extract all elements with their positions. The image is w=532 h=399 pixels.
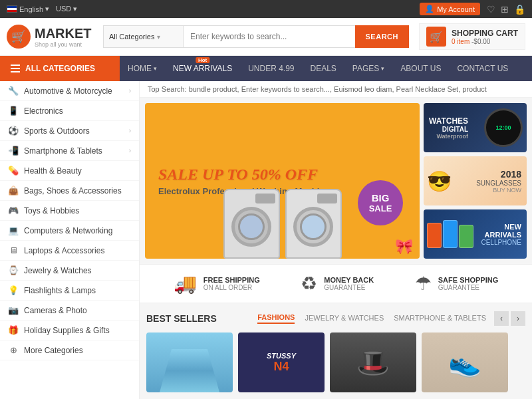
tab-fashions[interactable]: FASHIONS	[257, 313, 295, 324]
all-categories-button[interactable]: ALL CATEGORIES	[0, 56, 120, 81]
feature-safe-shopping: ☂ SAFE SHOPPING GUARANTEE	[415, 273, 498, 295]
user-icon: 👤	[425, 5, 434, 13]
main-banner: SALE UP TO 50% OFF Electrolux Profession…	[145, 103, 420, 259]
phone-graphics	[427, 220, 473, 248]
shoes-image: 👟	[422, 332, 508, 392]
logo-sub: Shop all you want	[35, 41, 92, 48]
smartphone-icon: 📲	[8, 146, 19, 156]
sunglasses-text: 2018 SUNGLASSES BUY NOW	[476, 169, 521, 194]
top-bar-right: 👤 My Account ♡ ⊞ 🔒	[420, 3, 525, 15]
side-banner-watches[interactable]: 12:00 WATCHES DIGITAL Waterproof	[424, 103, 527, 152]
arrow-icon: ›	[129, 87, 131, 94]
all-categories-label: ALL CATEGORIES	[25, 64, 95, 73]
chevron-icon: ▾	[381, 65, 384, 72]
sidebar-item-computers[interactable]: 💻 Computers & Networking	[0, 221, 139, 241]
cellphone-text: NEW ARRIVALS CELLPHONE	[481, 223, 521, 246]
product-hat[interactable]: 🎩	[330, 332, 416, 392]
language-selector[interactable]: English ▾	[7, 5, 49, 13]
sunglasses-graphic: 😎	[427, 170, 452, 193]
bags-icon: 👜	[8, 186, 19, 196]
header: 🛒 MARKET Shop all you want All Categorie…	[0, 18, 532, 56]
products-list: STUSSY N4 🎩 👟	[146, 332, 525, 392]
watch-graphic: 12:00	[484, 108, 523, 147]
logo-text: MARKET Shop all you want	[35, 26, 92, 48]
health-icon: 💊	[8, 166, 19, 176]
sidebar-item-flashlights[interactable]: 💡 Flashlights & Lamps	[0, 281, 139, 301]
top-bar-left: English ▾ USD ▾	[7, 5, 77, 13]
automotive-icon: 🔧	[8, 86, 19, 96]
skirt-image	[146, 332, 233, 392]
best-sellers-header: BEST SELLERS FASHIONS JEWELRY & WATCHES …	[146, 311, 525, 326]
next-button[interactable]: ›	[511, 311, 525, 326]
nav-pages[interactable]: PAGES ▾	[344, 56, 392, 81]
more-icon: ⊕	[8, 345, 19, 355]
compare-icon[interactable]: ⊞	[501, 4, 509, 15]
search-input[interactable]	[183, 25, 355, 48]
sidebar-item-electronics[interactable]: 📱 Electronics	[0, 101, 139, 121]
main-content: Top Search: bundle product, Enter keywor…	[140, 81, 532, 399]
banner-area: SALE UP TO 50% OFF Electrolux Profession…	[140, 98, 532, 264]
my-account-button[interactable]: 👤 My Account	[420, 3, 480, 15]
logo[interactable]: 🛒 MARKET Shop all you want	[7, 25, 93, 49]
sidebar-item-holiday[interactable]: 🎁 Holiday Supplies & Gifts	[0, 321, 139, 340]
wishlist-icon[interactable]: ♡	[487, 4, 495, 15]
search-button[interactable]: SEARCH	[355, 25, 409, 48]
computers-icon: 💻	[8, 225, 19, 235]
sidebar-item-smartphones[interactable]: 📲 Smartphone & Tablets ›	[0, 141, 139, 161]
best-sellers-tabs: FASHIONS JEWELRY & WATCHES SMARTPHONE & …	[257, 313, 486, 324]
watches-text: WATCHES DIGITAL Waterproof	[429, 116, 468, 140]
laptops-icon: 🖥	[8, 245, 19, 255]
sidebar-item-sports[interactable]: ⚽ Sports & Outdoors ›	[0, 121, 139, 141]
sale-text: SALE UP TO 50% OFF	[158, 166, 318, 184]
lock-icon[interactable]: 🔒	[514, 4, 525, 15]
nav-new-arrivals[interactable]: Hot NEW ARRIVALS	[165, 56, 240, 81]
hamburger-icon	[11, 65, 20, 72]
side-banner-sunglasses[interactable]: 😎 2018 SUNGLASSES BUY NOW	[424, 156, 527, 205]
sidebar-item-more[interactable]: ⊕ More Categories	[0, 340, 139, 360]
content: 🔧 Automotive & Motorcycle › 📱 Electronic…	[0, 81, 532, 399]
tab-jewelry[interactable]: JEWELRY & WATCHES	[305, 314, 384, 323]
tab-smartphone[interactable]: SMARTPHONE & TABLETS	[394, 314, 486, 323]
cart-icon: 🛒	[426, 27, 446, 47]
feature-moneyback-text: MONEY BACK GUARANTEE	[324, 276, 374, 291]
nav-under499[interactable]: UNDER 4.99	[240, 56, 302, 81]
flag-icon	[7, 5, 17, 13]
flashlights-icon: 💡	[8, 285, 19, 295]
sidebar-item-jewelry[interactable]: ⌚ Jewelry & Watches	[0, 261, 139, 281]
cart-details: 0 item -$0.00	[452, 38, 518, 45]
decorative-items: 🎀	[395, 238, 413, 255]
chevron-icon: ▾	[154, 65, 157, 72]
sidebar-item-bags[interactable]: 👜 Bags, Shoes & Accessories	[0, 181, 139, 201]
side-banner-cellphone[interactable]: NEW ARRIVALS CELLPHONE	[424, 209, 527, 259]
electronics-icon: 📱	[8, 106, 19, 116]
top-icons: ♡ ⊞ 🔒	[487, 4, 525, 15]
feature-safe-text: SAFE SHOPPING GUARANTEE	[438, 276, 498, 291]
product-shirt[interactable]: STUSSY N4	[238, 332, 325, 392]
nav-about[interactable]: ABOUT US	[392, 56, 449, 81]
arrow-icon: ›	[129, 147, 131, 154]
nav-contact[interactable]: CONTACT US	[449, 56, 516, 81]
feature-shipping: 🚚 FREE SHIPPING ON ALL ORDER	[174, 273, 260, 295]
cameras-icon: 📷	[8, 305, 19, 315]
sports-icon: ⚽	[8, 126, 19, 136]
sidebar-item-cameras[interactable]: 📷 Cameras & Photo	[0, 301, 139, 321]
sidebar-item-toys[interactable]: 🎮 Toys & Hobbies	[0, 201, 139, 221]
product-skirt[interactable]	[146, 332, 233, 392]
sidebar-item-laptops[interactable]: 🖥 Laptops & Accessories	[0, 241, 139, 261]
logo-name: MARKET	[35, 26, 92, 41]
nav-home[interactable]: HOME ▾	[120, 56, 165, 81]
sidebar: 🔧 Automotive & Motorcycle › 📱 Electronic…	[0, 81, 140, 399]
sidebar-item-automotive[interactable]: 🔧 Automotive & Motorcycle ›	[0, 81, 139, 101]
features-strip: 🚚 FREE SHIPPING ON ALL ORDER ♻ MONEY BAC…	[140, 264, 532, 303]
product-shoes[interactable]: 👟	[422, 332, 508, 392]
sidebar-item-health[interactable]: 💊 Health & Beauty	[0, 161, 139, 181]
prev-button[interactable]: ‹	[494, 311, 509, 326]
best-sellers-controls: FASHIONS JEWELRY & WATCHES SMARTPHONE & …	[257, 311, 525, 326]
currency-selector[interactable]: USD ▾	[56, 5, 77, 13]
category-select[interactable]: All Categories ▾	[103, 25, 183, 48]
nav-deals[interactable]: DEALS	[303, 56, 344, 81]
side-banners: 12:00 WATCHES DIGITAL Waterproof 😎 2018 …	[424, 103, 527, 259]
chevron-down-icon: ▾	[157, 33, 160, 41]
cart-area[interactable]: 🛒 SHOPPING CART 0 item -$0.00	[419, 23, 525, 50]
cart-info: SHOPPING CART 0 item -$0.00	[452, 29, 518, 45]
